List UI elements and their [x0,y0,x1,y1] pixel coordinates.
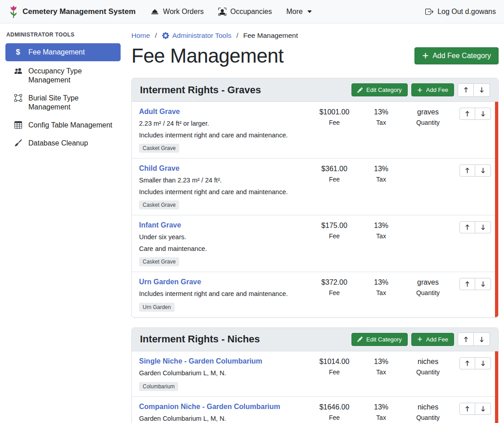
fee-tax-label: Tax [358,232,405,240]
arrow-down-icon [480,406,486,412]
fee-name-link[interactable]: Single Niche - Garden Columbarium [139,357,262,365]
add-fee-button[interactable]: Add Fee [411,333,454,346]
fee-name-link[interactable]: Companion Niche - Garden Columbarium [139,403,280,411]
sidebar-item-label: Fee Management [28,48,85,57]
broom-icon [14,139,22,147]
nav-occupancies[interactable]: Occupancies [218,8,272,16]
pencil-icon [357,337,363,342]
card-scrollbar[interactable] [495,351,498,423]
move-fee-up-button[interactable] [459,108,475,120]
card-scrollbar[interactable] [495,102,498,317]
fee-quantity-unit: graves [405,108,451,116]
fee-reorder-group [451,357,491,369]
fee-quantity-unit: niches [405,403,451,411]
add-fee-label: Add Fee [426,86,448,93]
move-fee-up-button[interactable] [459,403,475,415]
breadcrumb-home-link[interactable]: Home [131,32,150,40]
add-fee-button[interactable]: Add Fee [411,83,454,96]
move-fee-up-button[interactable] [459,221,475,233]
breadcrumb-admin-tools-link[interactable]: Administrator Tools [162,32,232,40]
category-fee-list: Single Niche - Garden Columbarium Garden… [132,351,498,423]
sidebar-item-fee-management[interactable]: $ Fee Management [5,43,121,61]
bounding-box-icon [14,94,22,102]
fee-row: Child Grave Smaller than 2.23 m² / 24 ft… [132,158,498,215]
fee-row: Adult Grave 2.23 m² / 24 ft² or larger. … [132,102,498,158]
logout-label: Log Out d.gowans [437,8,496,16]
move-category-up-button[interactable] [458,332,474,346]
fee-row: Companion Niche - Garden Columbarium Gar… [132,396,498,423]
sidebar-item-database-cleanup[interactable]: Database Cleanup [5,135,121,151]
move-fee-up-button[interactable] [459,164,475,177]
top-navbar: Cemetery Management System Work Orders O… [0,0,504,23]
chevron-down-icon [307,9,312,14]
add-fee-category-button[interactable]: Add Fee Category [414,47,499,64]
logout-link[interactable]: Log Out d.gowans [425,8,496,16]
fee-name-link[interactable]: Adult Grave [139,108,180,116]
fee-amount: $1014.00 [311,358,358,366]
fee-tax-col: 13% Tax [358,278,405,296]
sidebar-item-label: Database Cleanup [28,139,88,148]
fee-amount: $361.00 [311,165,358,173]
nav-work-orders[interactable]: Work Orders [151,8,203,16]
add-fee-label: Add Fee [426,336,448,343]
move-fee-up-button[interactable] [459,278,475,290]
main-content: Home / Administrator Tools / Fee Managem… [126,23,504,423]
fee-amount-col: $1646.00 Fee [311,403,358,421]
move-category-down-button[interactable] [474,332,490,346]
fee-amount: $175.00 [311,222,358,230]
breadcrumb: Home / Administrator Tools / Fee Managem… [131,32,499,40]
sidebar-item-label: Config Table Management [28,121,112,130]
users-icon [14,67,22,75]
move-fee-down-button[interactable] [475,357,491,369]
fee-tax: 13% [358,165,405,173]
move-fee-down-button[interactable] [475,403,491,415]
nav-more-dropdown[interactable]: More [286,8,312,16]
fee-name-link[interactable]: Urn Garden Grave [139,278,201,286]
sidebar-item-occupancy-type-management[interactable]: Occupancy Type Management [5,63,121,88]
fee-amount-label: Fee [311,119,358,126]
fee-amount-label: Fee [311,368,358,376]
fee-quantity-label: Quantity [405,414,451,421]
move-category-up-button[interactable] [458,83,474,97]
arrow-down-icon [479,87,485,93]
arrow-up-icon [464,281,470,287]
fee-amount-col: $1001.00 Fee [311,108,358,126]
arrow-up-icon [464,406,470,412]
move-fee-down-button[interactable] [475,164,491,177]
fee-tax-col: 13% Tax [358,164,405,183]
fee-category-card: Interment Rights - Graves Edit Category … [131,78,499,318]
sidebar: ADMINISTRATOR TOOLS $ Fee Management Occ… [0,23,126,423]
category-actions: Edit Category Add Fee [351,332,490,346]
move-fee-up-button[interactable] [459,357,475,369]
plus-icon [422,52,429,59]
plus-icon [417,87,423,93]
move-fee-down-button[interactable] [475,278,491,290]
fee-amount: $1001.00 [311,108,358,116]
move-fee-down-button[interactable] [475,108,491,120]
sidebar-item-burial-site-type-management[interactable]: Burial Site Type Management [5,90,121,115]
fee-quantity-label: Quantity [405,368,451,376]
fee-tax-label: Tax [358,289,405,296]
app-brand[interactable]: Cemetery Management System [8,5,135,18]
arrow-up-icon [463,337,469,342]
fee-description: Care and maintenance. [139,245,306,254]
category-title: Interment Rights - Graves [140,84,351,96]
app-title: Cemetery Management System [22,7,135,16]
sidebar-item-label: Occupancy Type Management [28,67,116,85]
edit-category-label: Edit Category [366,86,402,93]
fee-tax-label: Tax [358,176,405,183]
edit-category-button[interactable]: Edit Category [351,83,408,96]
move-category-down-button[interactable] [474,83,490,97]
fee-quantity-col [405,164,451,165]
sidebar-item-config-table-management[interactable]: Config Table Management [5,117,121,133]
category-header: Interment Rights - Niches Edit Category … [132,328,498,351]
fee-quantity-col: niches Quantity [405,357,451,376]
move-fee-down-button[interactable] [475,221,491,233]
logout-icon [425,8,433,16]
fee-name-link[interactable]: Child Grave [139,164,180,173]
category-reorder-group [458,83,490,97]
fee-tax-col: 13% Tax [358,108,405,126]
fee-tax-col: 13% Tax [358,221,405,240]
fee-name-link[interactable]: Infant Grave [139,221,181,229]
edit-category-button[interactable]: Edit Category [351,333,408,346]
